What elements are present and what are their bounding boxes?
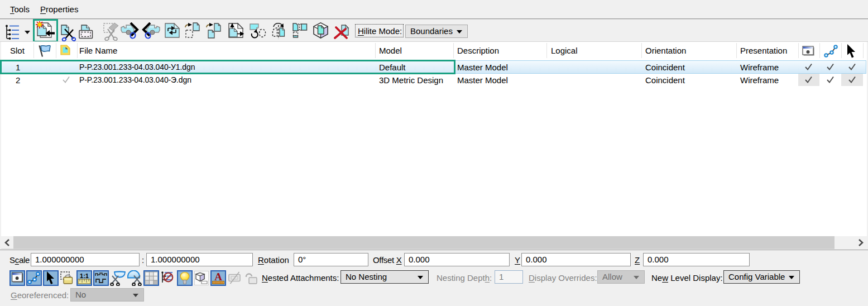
svg-text:1:1: 1:1 xyxy=(80,272,89,279)
